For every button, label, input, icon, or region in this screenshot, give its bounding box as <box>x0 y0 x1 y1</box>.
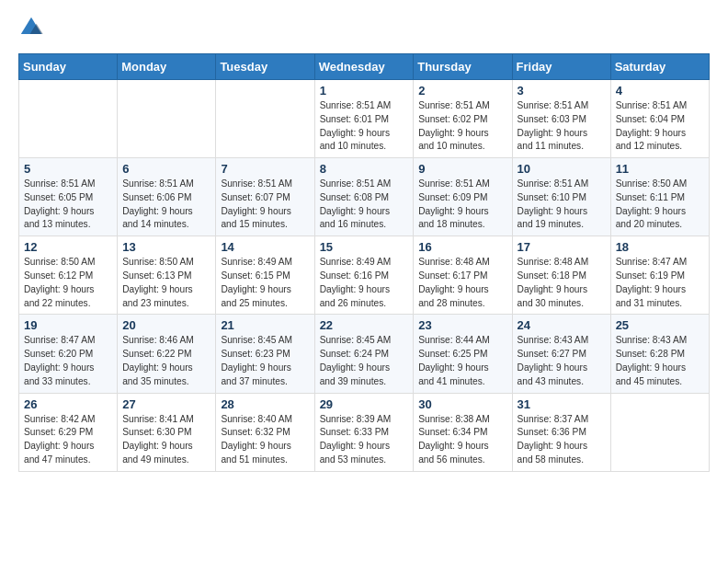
day-info: Sunrise: 8:51 AM Sunset: 6:04 PM Dayligh… <box>616 99 704 154</box>
day-cell: 18Sunrise: 8:47 AM Sunset: 6:19 PM Dayli… <box>610 236 709 315</box>
day-info: Sunrise: 8:42 AM Sunset: 6:29 PM Dayligh… <box>24 413 112 467</box>
day-number: 13 <box>122 240 210 254</box>
day-info: Sunrise: 8:38 AM Sunset: 6:34 PM Dayligh… <box>418 413 506 467</box>
day-info: Sunrise: 8:49 AM Sunset: 6:16 PM Dayligh… <box>320 256 409 310</box>
day-number: 3 <box>518 84 606 98</box>
day-info: Sunrise: 8:49 AM Sunset: 6:15 PM Dayligh… <box>221 256 309 310</box>
weekday-header-saturday: Saturday <box>610 54 709 80</box>
day-number: 17 <box>518 240 606 254</box>
week-row-2: 5Sunrise: 8:51 AM Sunset: 6:05 PM Daylig… <box>19 158 710 236</box>
day-cell: 1Sunrise: 8:51 AM Sunset: 6:01 PM Daylig… <box>314 80 414 158</box>
day-info: Sunrise: 8:51 AM Sunset: 6:09 PM Dayligh… <box>418 178 506 232</box>
header <box>18 15 710 40</box>
day-cell <box>610 393 709 471</box>
day-info: Sunrise: 8:48 AM Sunset: 6:17 PM Dayligh… <box>418 256 506 310</box>
day-cell: 16Sunrise: 8:48 AM Sunset: 6:17 PM Dayli… <box>414 236 512 315</box>
weekday-header-thursday: Thursday <box>414 54 512 80</box>
day-cell: 21Sunrise: 8:45 AM Sunset: 6:23 PM Dayli… <box>216 315 314 393</box>
day-number: 26 <box>24 397 112 411</box>
week-row-1: 1Sunrise: 8:51 AM Sunset: 6:01 PM Daylig… <box>19 80 710 158</box>
week-row-3: 12Sunrise: 8:50 AM Sunset: 6:12 PM Dayli… <box>19 236 710 315</box>
day-cell: 4Sunrise: 8:51 AM Sunset: 6:04 PM Daylig… <box>610 80 709 158</box>
day-info: Sunrise: 8:47 AM Sunset: 6:20 PM Dayligh… <box>24 334 112 388</box>
day-number: 31 <box>518 397 606 411</box>
calendar-header: SundayMondayTuesdayWednesdayThursdayFrid… <box>19 54 710 80</box>
calendar-body: 1Sunrise: 8:51 AM Sunset: 6:01 PM Daylig… <box>19 80 710 472</box>
day-cell: 15Sunrise: 8:49 AM Sunset: 6:16 PM Dayli… <box>314 236 414 315</box>
day-cell: 28Sunrise: 8:40 AM Sunset: 6:32 PM Dayli… <box>216 393 314 471</box>
day-number: 11 <box>616 162 704 176</box>
day-number: 15 <box>320 240 409 254</box>
day-cell: 30Sunrise: 8:38 AM Sunset: 6:34 PM Dayli… <box>414 393 512 471</box>
day-info: Sunrise: 8:51 AM Sunset: 6:08 PM Dayligh… <box>320 178 409 232</box>
day-number: 23 <box>418 318 506 332</box>
day-info: Sunrise: 8:51 AM Sunset: 6:06 PM Dayligh… <box>122 178 210 232</box>
day-info: Sunrise: 8:48 AM Sunset: 6:18 PM Dayligh… <box>518 256 606 310</box>
day-cell: 20Sunrise: 8:46 AM Sunset: 6:22 PM Dayli… <box>118 315 216 393</box>
day-number: 20 <box>122 318 210 332</box>
day-number: 2 <box>418 84 506 98</box>
day-number: 30 <box>418 397 506 411</box>
logo <box>18 15 48 40</box>
day-number: 21 <box>221 318 309 332</box>
weekday-row: SundayMondayTuesdayWednesdayThursdayFrid… <box>19 54 710 80</box>
day-info: Sunrise: 8:50 AM Sunset: 6:11 PM Dayligh… <box>616 178 704 232</box>
day-number: 25 <box>616 318 704 332</box>
day-info: Sunrise: 8:41 AM Sunset: 6:30 PM Dayligh… <box>122 413 210 467</box>
day-cell: 7Sunrise: 8:51 AM Sunset: 6:07 PM Daylig… <box>216 158 314 236</box>
day-cell: 17Sunrise: 8:48 AM Sunset: 6:18 PM Dayli… <box>512 236 610 315</box>
day-cell: 22Sunrise: 8:45 AM Sunset: 6:24 PM Dayli… <box>314 315 414 393</box>
day-info: Sunrise: 8:45 AM Sunset: 6:23 PM Dayligh… <box>221 334 309 388</box>
day-number: 19 <box>24 318 112 332</box>
day-info: Sunrise: 8:51 AM Sunset: 6:05 PM Dayligh… <box>24 178 112 232</box>
weekday-header-sunday: Sunday <box>19 54 118 80</box>
day-info: Sunrise: 8:51 AM Sunset: 6:03 PM Dayligh… <box>518 99 606 154</box>
day-cell: 24Sunrise: 8:43 AM Sunset: 6:27 PM Dayli… <box>512 315 610 393</box>
day-number: 22 <box>320 318 409 332</box>
day-info: Sunrise: 8:44 AM Sunset: 6:25 PM Dayligh… <box>418 334 506 388</box>
day-number: 16 <box>418 240 506 254</box>
day-info: Sunrise: 8:39 AM Sunset: 6:33 PM Dayligh… <box>320 413 409 467</box>
day-cell: 19Sunrise: 8:47 AM Sunset: 6:20 PM Dayli… <box>19 315 118 393</box>
day-info: Sunrise: 8:50 AM Sunset: 6:12 PM Dayligh… <box>24 256 112 310</box>
day-number: 5 <box>24 162 112 176</box>
day-cell: 14Sunrise: 8:49 AM Sunset: 6:15 PM Dayli… <box>216 236 314 315</box>
weekday-header-wednesday: Wednesday <box>314 54 414 80</box>
day-info: Sunrise: 8:50 AM Sunset: 6:13 PM Dayligh… <box>122 256 210 310</box>
day-cell: 8Sunrise: 8:51 AM Sunset: 6:08 PM Daylig… <box>314 158 414 236</box>
weekday-header-monday: Monday <box>118 54 216 80</box>
day-number: 9 <box>418 162 506 176</box>
page: SundayMondayTuesdayWednesdayThursdayFrid… <box>0 0 728 490</box>
day-info: Sunrise: 8:47 AM Sunset: 6:19 PM Dayligh… <box>616 256 704 310</box>
day-cell: 27Sunrise: 8:41 AM Sunset: 6:30 PM Dayli… <box>118 393 216 471</box>
day-info: Sunrise: 8:51 AM Sunset: 6:10 PM Dayligh… <box>518 178 606 232</box>
day-info: Sunrise: 8:51 AM Sunset: 6:02 PM Dayligh… <box>418 99 506 154</box>
day-cell <box>19 80 118 158</box>
day-info: Sunrise: 8:43 AM Sunset: 6:27 PM Dayligh… <box>518 334 606 388</box>
day-info: Sunrise: 8:40 AM Sunset: 6:32 PM Dayligh… <box>221 413 309 467</box>
day-info: Sunrise: 8:46 AM Sunset: 6:22 PM Dayligh… <box>122 334 210 388</box>
day-number: 24 <box>518 318 606 332</box>
day-cell: 5Sunrise: 8:51 AM Sunset: 6:05 PM Daylig… <box>19 158 118 236</box>
calendar-table: SundayMondayTuesdayWednesdayThursdayFrid… <box>18 53 710 472</box>
day-info: Sunrise: 8:51 AM Sunset: 6:07 PM Dayligh… <box>221 178 309 232</box>
day-cell: 13Sunrise: 8:50 AM Sunset: 6:13 PM Dayli… <box>118 236 216 315</box>
weekday-header-friday: Friday <box>512 54 610 80</box>
day-cell: 2Sunrise: 8:51 AM Sunset: 6:02 PM Daylig… <box>414 80 512 158</box>
day-number: 10 <box>518 162 606 176</box>
logo-icon <box>18 15 44 40</box>
week-row-5: 26Sunrise: 8:42 AM Sunset: 6:29 PM Dayli… <box>19 393 710 471</box>
week-row-4: 19Sunrise: 8:47 AM Sunset: 6:20 PM Dayli… <box>19 315 710 393</box>
day-cell: 11Sunrise: 8:50 AM Sunset: 6:11 PM Dayli… <box>610 158 709 236</box>
day-number: 28 <box>221 397 309 411</box>
day-cell <box>118 80 216 158</box>
day-cell: 10Sunrise: 8:51 AM Sunset: 6:10 PM Dayli… <box>512 158 610 236</box>
day-cell <box>216 80 314 158</box>
weekday-header-tuesday: Tuesday <box>216 54 314 80</box>
day-cell: 25Sunrise: 8:43 AM Sunset: 6:28 PM Dayli… <box>610 315 709 393</box>
day-cell: 6Sunrise: 8:51 AM Sunset: 6:06 PM Daylig… <box>118 158 216 236</box>
day-number: 29 <box>320 397 409 411</box>
day-number: 14 <box>221 240 309 254</box>
day-number: 12 <box>24 240 112 254</box>
day-cell: 29Sunrise: 8:39 AM Sunset: 6:33 PM Dayli… <box>314 393 414 471</box>
